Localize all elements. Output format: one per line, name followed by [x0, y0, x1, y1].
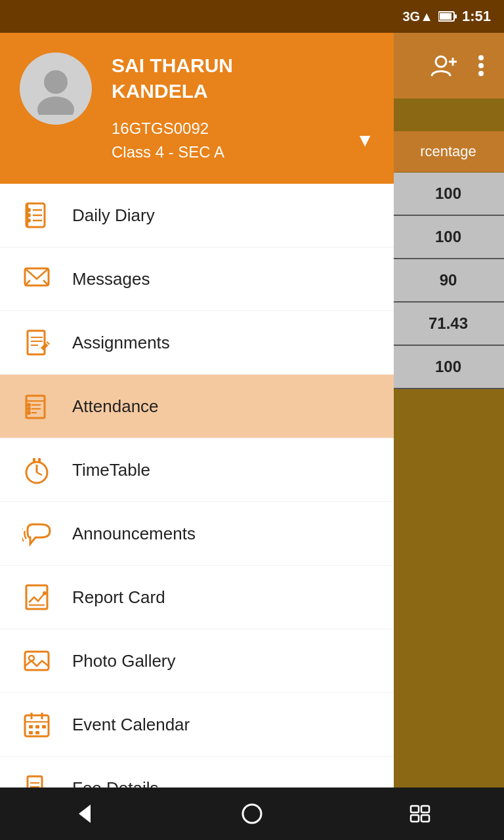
svg-point-9 [44, 70, 68, 94]
svg-line-37 [37, 472, 42, 475]
profile-details: 16GTGS0092 Class 4 - SEC A ▼ [112, 117, 374, 164]
diary-icon [20, 198, 54, 232]
back-button[interactable] [61, 791, 107, 837]
photo-gallery-label: Photo Gallery [72, 651, 176, 671]
signal-icon: 3G▲ [402, 9, 432, 24]
svg-rect-66 [411, 806, 419, 812]
svg-point-33 [27, 407, 31, 411]
assignments-label: Assignments [72, 333, 170, 353]
bg-col-header: rcentage [392, 131, 504, 173]
bg-cell-2: 100 [392, 216, 504, 259]
menu-item-daily-diary[interactable]: Daily Diary [0, 184, 394, 247]
menu-item-messages[interactable]: Messages [0, 247, 394, 311]
svg-rect-69 [421, 815, 429, 822]
bottom-navigation [0, 788, 504, 840]
assignments-icon [20, 326, 54, 360]
svg-point-6 [478, 55, 484, 60]
svg-rect-52 [29, 731, 33, 734]
profile-info: SAI THARUNKANDELA 16GTGS0092 Class 4 - S… [112, 52, 374, 164]
class-info: Class 4 - SEC A [112, 140, 224, 164]
svg-rect-53 [35, 731, 39, 734]
svg-rect-22 [28, 331, 45, 354]
menu-item-report-card[interactable]: Report Card [0, 566, 394, 629]
bg-table: rcentage 100 100 90 71.43 100 [392, 131, 504, 389]
status-icons: 3G▲ 1:51 [402, 8, 491, 25]
daily-diary-label: Daily Diary [72, 205, 155, 226]
menu-item-event-calendar[interactable]: Event Calendar [0, 693, 394, 757]
menu-item-timetable[interactable]: TimeTable [0, 438, 394, 502]
menu-item-attendance[interactable]: Attendance [0, 375, 394, 438]
menu-item-photo-gallery[interactable]: Photo Gallery [0, 629, 394, 693]
svg-rect-2 [454, 14, 457, 18]
menu-item-assignments[interactable]: Assignments [0, 311, 394, 375]
svg-rect-43 [25, 652, 49, 670]
time-display: 1:51 [462, 8, 491, 25]
more-options-icon[interactable] [478, 51, 484, 80]
announcements-label: Announcements [72, 524, 196, 544]
add-contact-icon[interactable] [429, 51, 458, 80]
bg-cell-4: 71.43 [392, 303, 504, 346]
attendance-label: Attendance [72, 396, 159, 417]
avatar [20, 52, 92, 125]
svg-point-32 [27, 403, 31, 407]
recents-button[interactable] [397, 791, 443, 837]
svg-point-65 [243, 805, 261, 823]
status-bar: 3G▲ 1:51 [0, 0, 504, 33]
svg-point-7 [478, 63, 484, 68]
timetable-icon [20, 453, 54, 487]
svg-point-41 [43, 591, 47, 595]
timetable-label: TimeTable [72, 460, 150, 480]
svg-rect-51 [42, 725, 46, 728]
svg-rect-68 [411, 815, 419, 822]
svg-rect-67 [421, 806, 429, 812]
side-drawer: SAI THARUNKANDELA 16GTGS0092 Class 4 - S… [0, 33, 394, 840]
report-card-icon [20, 580, 54, 614]
event-calendar-label: Event Calendar [72, 715, 190, 735]
svg-rect-39 [38, 458, 41, 463]
dropdown-arrow-icon[interactable]: ▼ [356, 130, 374, 151]
photo-gallery-icon [20, 644, 54, 678]
svg-rect-50 [35, 725, 39, 728]
svg-rect-1 [440, 13, 452, 20]
messages-icon [20, 262, 54, 296]
profile-name: SAI THARUNKANDELA [112, 52, 374, 104]
student-id: 16GTGS0092 [112, 117, 224, 140]
svg-point-8 [478, 71, 484, 76]
menu-list: Daily Diary Messages [0, 184, 394, 840]
report-card-label: Report Card [72, 587, 165, 608]
profile-class: 16GTGS0092 Class 4 - SEC A [112, 117, 224, 164]
svg-point-3 [436, 56, 446, 67]
svg-rect-38 [33, 458, 35, 463]
messages-label: Messages [72, 269, 150, 289]
bg-cell-3: 90 [392, 259, 504, 303]
svg-marker-64 [79, 805, 91, 823]
attendance-icon [20, 389, 54, 423]
bg-cell-1: 100 [392, 173, 504, 216]
svg-point-34 [27, 411, 31, 415]
menu-item-announcements[interactable]: Announcements [0, 502, 394, 566]
svg-point-10 [37, 96, 74, 115]
event-calendar-icon [20, 707, 54, 742]
bg-cell-5: 100 [392, 346, 504, 389]
home-button[interactable] [229, 791, 275, 837]
svg-rect-49 [29, 725, 33, 728]
announcements-icon [20, 516, 54, 551]
battery-icon [438, 10, 457, 22]
profile-header: SAI THARUNKANDELA 16GTGS0092 Class 4 - S… [0, 33, 394, 184]
